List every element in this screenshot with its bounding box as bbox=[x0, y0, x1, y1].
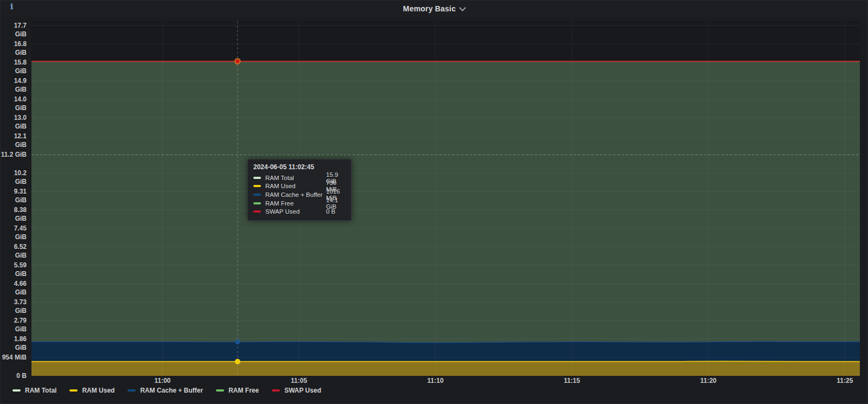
chevron-down-icon bbox=[459, 4, 466, 11]
y-axis-tick-label: 17.7 GiB bbox=[1, 21, 27, 30]
x-axis-tick-label: 11:10 bbox=[419, 377, 452, 384]
y-axis-tick-label: 11.2 GiB bbox=[1, 150, 27, 159]
series-swatch bbox=[216, 389, 224, 392]
y-axis-tick-label: 12.1 GiB bbox=[1, 132, 27, 140]
tooltip-series-label: RAM Free bbox=[265, 200, 326, 207]
y-axis-tick-label: 6.52 GiB bbox=[1, 242, 27, 251]
x-axis-tick-label: 11:25 bbox=[828, 377, 861, 384]
tooltip-series-value: 14.1 GiB bbox=[326, 197, 346, 210]
tooltip-timestamp: 2024-06-05 11:02:45 bbox=[253, 163, 346, 171]
y-axis-tick-label: 4.66 GiB bbox=[1, 279, 27, 288]
tooltip-series-label: RAM Total bbox=[265, 175, 326, 181]
tooltip-series-value: 0 B bbox=[326, 208, 346, 215]
y-axis-tick-label: 14.9 GiB bbox=[1, 76, 27, 85]
y-axis-tick-label: 14.0 GiB bbox=[1, 95, 27, 104]
legend-label: SWAP Used bbox=[284, 387, 321, 394]
panel-title[interactable]: Memory Basic bbox=[403, 4, 456, 13]
info-icon[interactable]: i bbox=[10, 2, 13, 11]
y-axis-tick-label: 7.45 GiB bbox=[1, 224, 27, 233]
y-axis-tick-label: 15.8 GiB bbox=[1, 58, 27, 67]
legend-label: RAM Cache + Buffer bbox=[140, 387, 203, 394]
legend-item-ram-free[interactable]: RAM Free bbox=[216, 387, 259, 394]
y-axis-tick-label: 16.8 GiB bbox=[1, 40, 27, 48]
legend-item-ram-total[interactable]: RAM Total bbox=[12, 387, 56, 394]
series-swatch bbox=[69, 389, 78, 392]
y-axis-tick-label: 954 MiB bbox=[1, 353, 27, 362]
tooltip-series-label: SWAP Used bbox=[265, 208, 326, 215]
series-swatch bbox=[272, 389, 280, 392]
chart-legend: RAM Total RAM Used RAM Cache + Buffer RA… bbox=[12, 387, 321, 394]
chart-tooltip: 2024-06-05 11:02:45 RAM Total 15.9 GiB R… bbox=[247, 159, 352, 221]
legend-label: RAM Used bbox=[82, 387, 114, 394]
legend-item-ram-cache-buffer[interactable]: RAM Cache + Buffer bbox=[127, 387, 203, 394]
tooltip-series-label: RAM Cache + Buffer bbox=[265, 191, 326, 198]
series-swatch bbox=[253, 210, 261, 213]
series-swatch bbox=[253, 185, 261, 187]
y-axis-tick-label: 13.0 GiB bbox=[1, 113, 27, 122]
y-axis-tick-label: 9.31 GiB bbox=[1, 187, 27, 196]
series-swatch bbox=[12, 389, 21, 392]
y-axis-tick-label: 2.79 GiB bbox=[1, 316, 27, 325]
legend-item-swap-used[interactable]: SWAP Used bbox=[272, 387, 321, 394]
y-axis-tick-label: 5.59 GiB bbox=[1, 261, 27, 270]
series-swatch bbox=[127, 389, 136, 392]
x-axis-tick-label: 11:05 bbox=[283, 377, 315, 384]
legend-item-ram-used[interactable]: RAM Used bbox=[69, 387, 114, 394]
legend-label: RAM Free bbox=[228, 387, 259, 394]
tooltip-row: SWAP Used 0 B bbox=[253, 207, 346, 216]
memory-chart[interactable] bbox=[1, 1, 868, 404]
series-swatch bbox=[253, 194, 261, 196]
series-swatch bbox=[253, 202, 261, 204]
y-axis-tick-label: 10.2 GiB bbox=[1, 169, 27, 177]
grafana-panel: Memory Basic i 17.7 GiB16.8 GiB15.8 GiB1… bbox=[0, 0, 868, 404]
y-axis-tick-label: 8.38 GiB bbox=[1, 206, 27, 214]
y-axis-tick-label: 3.73 GiB bbox=[1, 298, 27, 306]
x-axis-tick-label: 11:20 bbox=[692, 377, 725, 384]
tooltip-series-label: RAM Used bbox=[265, 183, 326, 189]
tooltip-row: RAM Free 14.1 GiB bbox=[253, 199, 346, 208]
series-swatch bbox=[253, 177, 261, 179]
x-axis-tick-label: 11:15 bbox=[556, 377, 588, 384]
y-axis-tick-label: 0 B bbox=[1, 371, 27, 380]
y-axis-tick-label: 1.86 GiB bbox=[1, 335, 27, 343]
panel-header[interactable]: Memory Basic bbox=[1, 1, 867, 17]
legend-label: RAM Total bbox=[25, 387, 56, 394]
x-axis-tick-label: 11:00 bbox=[146, 377, 179, 384]
